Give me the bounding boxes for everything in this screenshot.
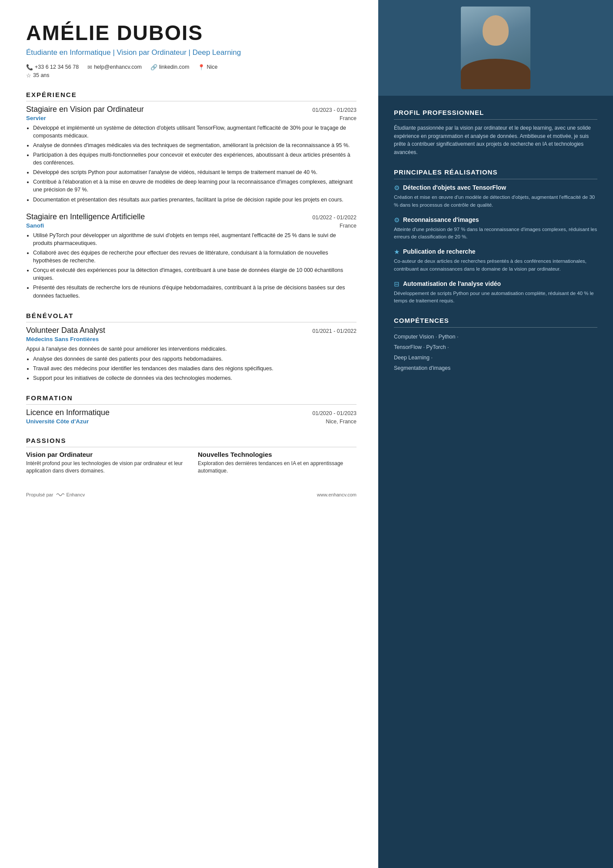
achievement-title-2: Publication de recherche	[403, 248, 476, 255]
email-icon: ✉	[87, 64, 92, 70]
formation-title-0: Licence en Informatique	[26, 408, 110, 417]
list-item: Analyse des données de santé des patient…	[33, 355, 356, 363]
list-item: Collaboré avec des équipes de recherche …	[33, 249, 356, 265]
list-item: Travail avec des médecins pour identifie…	[33, 365, 356, 372]
achievement-text-1: Atteinte d'une précision de 97 % dans la…	[394, 226, 597, 241]
location-icon: 📍	[198, 64, 205, 70]
achievement-icon-2: ★	[394, 248, 400, 256]
achievement-title-3: Automatisation de l'analyse vidéo	[403, 280, 501, 288]
exp-org-0: Servier	[26, 115, 46, 121]
list-item: Présenté des résultats de recherche lors…	[33, 284, 356, 299]
footer-brand: Propulsé par Enhancv	[26, 492, 85, 497]
right-column: PROFIL PROFESSIONNEL Étudiante passionné…	[378, 0, 613, 868]
photo-area	[378, 0, 613, 96]
achievement-icon-0: ⚙	[394, 184, 400, 192]
benevolat-section: BÉNÉVOLAT Volunteer Data Analyst 01/2021…	[26, 312, 356, 382]
passions-section-title: PASSIONS	[26, 437, 356, 447]
formation-section: FORMATION Licence en Informatique 01/202…	[26, 394, 356, 425]
contact-bar: 📞 +33 6 12 34 56 78 ✉ help@enhancv.com 🔗…	[26, 64, 356, 70]
achievement-title-1: Reconnaissance d'images	[403, 216, 479, 224]
formation-date-0: 01/2020 - 01/2023	[313, 410, 356, 416]
exp-org-row-0: Servier France	[26, 115, 356, 121]
phone-value: +33 6 12 34 56 78	[35, 64, 79, 70]
page-footer: Propulsé par Enhancv www.enhancv.com	[26, 492, 356, 497]
linkedin-value: linkedin.com	[159, 64, 189, 70]
skills-line-3: Segmentation d'images	[394, 363, 597, 374]
profil-text: Étudiante passionnée par la vision par o…	[394, 124, 597, 156]
benevolat-intro-0: Appui à l'analyse des données de santé p…	[26, 345, 356, 353]
formation-org-0: Université Côte d'Azur	[26, 418, 89, 425]
exp-item-1: Stagiaire en Intelligence Artificielle 0…	[26, 212, 356, 300]
list-item: Développé et implémenté un système de dé…	[33, 124, 356, 140]
skills-line-0: Computer Vision · Python ·	[394, 332, 597, 342]
formation-item-0: Licence en Informatique 01/2020 - 01/202…	[26, 408, 356, 425]
exp-date-0: 01/2023 - 01/2023	[313, 107, 356, 113]
list-item: Utilisé PyTorch pour développer un algor…	[33, 231, 356, 247]
achievement-header-3: ⊟ Automatisation de l'analyse vidéo	[394, 280, 597, 288]
experience-section: EXPÉRIENCE Stagiaire en Vision par Ordin…	[26, 91, 356, 300]
achievement-icon-1: ⚙	[394, 216, 400, 224]
exp-bullets-0: Développé et implémenté un système de dé…	[26, 124, 356, 204]
candidate-photo	[461, 7, 530, 89]
enhancv-logo: Enhancv	[56, 492, 85, 497]
age-row: ☆ 35 ans	[26, 72, 356, 79]
email-contact: ✉ help@enhancv.com	[87, 64, 142, 70]
link-icon: 🔗	[150, 64, 157, 70]
achievement-title-0: Détection d'objets avec TensorFlow	[403, 184, 506, 191]
phone-contact: 📞 +33 6 12 34 56 78	[26, 64, 79, 70]
realisations-section-title: PRINCIPALES RÉALISATIONS	[394, 168, 597, 179]
achievement-item-3: ⊟ Automatisation de l'analyse vidéo Déve…	[394, 280, 597, 305]
achievement-header-0: ⚙ Détection d'objets avec TensorFlow	[394, 184, 597, 192]
right-content: PROFIL PROFESSIONNEL Étudiante passionné…	[378, 96, 613, 399]
benevolat-org-row-0: Médecins Sans Frontières	[26, 336, 356, 342]
exp-header-0: Stagiaire en Vision par Ordinateur 01/20…	[26, 105, 356, 114]
competences-section: COMPÉTENCES Computer Vision · Python · T…	[394, 317, 597, 373]
phone-icon: 📞	[26, 64, 33, 70]
age-value: 35 ans	[33, 72, 50, 78]
list-item: Contribué à l'élaboration et à la mise e…	[33, 178, 356, 194]
formation-header-0: Licence en Informatique 01/2020 - 01/202…	[26, 408, 356, 417]
achievement-icon-3: ⊟	[394, 280, 400, 288]
brand-name: Enhancv	[66, 492, 85, 497]
city-value: Nice	[207, 64, 217, 70]
email-value: help@enhancv.com	[94, 64, 142, 70]
list-item: Conçu et exécuté des expériences pour la…	[33, 266, 356, 282]
achievement-text-3: Développement de scripts Python pour une…	[394, 290, 597, 305]
formation-org-row-0: Université Côte d'Azur Nice, France	[26, 418, 356, 425]
exp-location-0: France	[340, 115, 356, 121]
skills-line-2: Deep Learning ·	[394, 353, 597, 363]
benevolat-title-0: Volunteer Data Analyst	[26, 326, 105, 335]
formation-section-title: FORMATION	[26, 394, 356, 405]
passions-grid: Vision par Ordinateur Intérêt profond po…	[26, 451, 356, 475]
achievement-item-1: ⚙ Reconnaissance d'images Atteinte d'une…	[394, 216, 597, 241]
exp-title-0: Stagiaire en Vision par Ordinateur	[26, 105, 144, 114]
exp-org-row-1: Sanofi France	[26, 222, 356, 229]
achievement-item-2: ★ Publication de recherche Co-auteur de …	[394, 248, 597, 273]
competences-section-title: COMPÉTENCES	[394, 317, 597, 328]
achievement-text-0: Création et mise en œuvre d'un modèle de…	[394, 194, 597, 209]
star-icon: ☆	[26, 72, 31, 79]
footer-website: www.enhancv.com	[317, 492, 356, 497]
benevolat-item-0: Volunteer Data Analyst 01/2021 - 01/2022…	[26, 326, 356, 382]
achievement-header-2: ★ Publication de recherche	[394, 248, 597, 256]
passion-item-1: Nouvelles Technologies Exploration des d…	[198, 451, 356, 475]
candidate-name: AMÉLIE DUBOIS	[26, 22, 356, 45]
realisations-section: PRINCIPALES RÉALISATIONS ⚙ Détection d'o…	[394, 168, 597, 305]
list-item: Support pour les initiatives de collecte…	[33, 374, 356, 382]
benevolat-section-title: BÉNÉVOLAT	[26, 312, 356, 322]
list-item: Documentation et présentation des résult…	[33, 196, 356, 204]
propulse-label: Propulsé par	[26, 492, 53, 497]
exp-date-1: 01/2022 - 01/2022	[313, 214, 356, 221]
exp-location-1: France	[340, 223, 356, 229]
header: AMÉLIE DUBOIS Étudiante en Informatique …	[26, 22, 356, 79]
skills-line-1: TensorFlow · PyTorch ·	[394, 342, 597, 353]
exp-item-0: Stagiaire en Vision par Ordinateur 01/20…	[26, 105, 356, 204]
formation-location-0: Nice, France	[326, 419, 356, 425]
passions-section: PASSIONS Vision par Ordinateur Intérêt p…	[26, 437, 356, 475]
benevolat-bullets-0: Analyse des données de santé des patient…	[26, 355, 356, 382]
city-contact: 📍 Nice	[198, 64, 217, 70]
passion-text-0: Intérêt profond pour les technologies de…	[26, 460, 185, 475]
passion-item-0: Vision par Ordinateur Intérêt profond po…	[26, 451, 185, 475]
experience-section-title: EXPÉRIENCE	[26, 91, 356, 101]
list-item: Développé des scripts Python pour automa…	[33, 168, 356, 176]
